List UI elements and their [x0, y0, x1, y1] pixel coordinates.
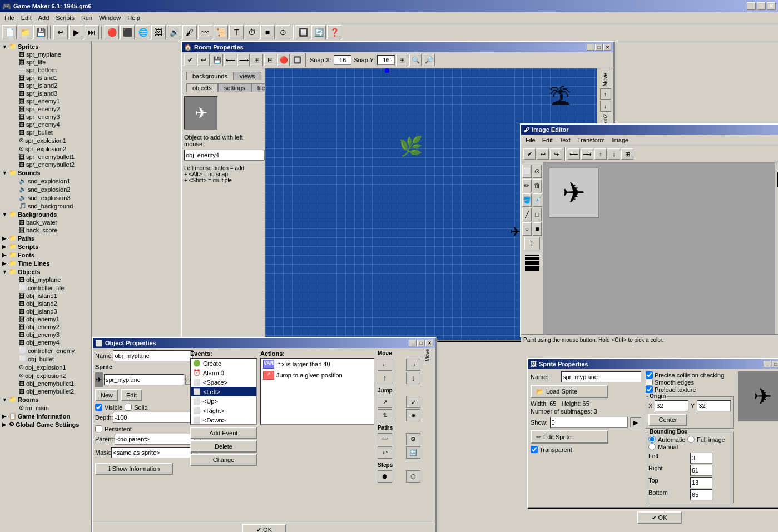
tree-controller-enemy[interactable]: ⬜controller_enemy: [18, 346, 90, 355]
tree-spr-bullet[interactable]: 🖼spr_bullet: [18, 128, 90, 136]
tree-objects-header[interactable]: ▼ 📁 Objects: [1, 267, 90, 276]
obj-ok-button[interactable]: ✔ OK: [242, 524, 286, 532]
tree-spr-enemy3[interactable]: 🖼spr_enemy3: [18, 113, 90, 121]
img-menu-edit[interactable]: Edit: [539, 136, 556, 145]
paths-expand[interactable]: ▶: [2, 236, 9, 241]
spr-ok-button[interactable]: ✔ OK: [637, 511, 682, 524]
tree-snd-background[interactable]: 🎵snd_background: [18, 202, 90, 210]
menu-run[interactable]: Run: [78, 13, 96, 22]
step-btn2[interactable]: ⬡: [406, 470, 420, 483]
tb-bg[interactable]: 🖌: [182, 25, 197, 39]
spr-show-input[interactable]: [550, 417, 628, 428]
tree-controller-life[interactable]: ⬜controller_life: [18, 284, 90, 292]
tree-snd-explosion3[interactable]: 🔊snd_explosion3: [18, 193, 90, 202]
img-tb-redo[interactable]: ↪: [550, 148, 562, 160]
tree-obj-island3[interactable]: 🖼obj_island3: [18, 307, 90, 315]
object-win-minimize[interactable]: _: [409, 340, 417, 346]
tree-obj-myplane[interactable]: 🖼obj_myplane: [18, 276, 90, 284]
room-tb-grid2[interactable]: ⊟: [264, 54, 276, 66]
thickness-4[interactable]: [525, 266, 539, 271]
object-win-title[interactable]: ⬜ Object Properties _ □ ✕: [93, 338, 435, 348]
tree-back-score[interactable]: 🖼back_score: [18, 226, 90, 234]
move-btn2[interactable]: ↓: [600, 101, 611, 112]
tree-backgrounds-header[interactable]: ▼ 📁 Backgrounds: [1, 210, 90, 218]
action-jump[interactable]: ↗ Jump to a given position: [261, 370, 374, 381]
event-create[interactable]: 🟢Create: [191, 359, 256, 368]
snap-y-input[interactable]: [377, 55, 395, 65]
room-tb-arrow-left[interactable]: ⟵: [224, 54, 236, 66]
gameinfo-expand[interactable]: ▶: [2, 414, 9, 419]
tree-sounds-header[interactable]: ▼ 📁 Sounds: [1, 168, 90, 177]
step-btn1[interactable]: ⬢: [378, 470, 392, 483]
obj-parent-input[interactable]: [115, 434, 195, 445]
tool-line[interactable]: ╱: [522, 208, 532, 221]
tree-spr-enemy4[interactable]: 🖼spr_enemy4: [18, 121, 90, 128]
tree-scripts-header[interactable]: ▶ 📁 Scripts: [1, 242, 90, 251]
tb-pause[interactable]: ⬛: [120, 25, 135, 39]
tool-pencil[interactable]: ✏: [522, 179, 532, 192]
jump-btn1[interactable]: ↗: [378, 396, 392, 408]
room-tab-views[interactable]: views: [234, 72, 261, 80]
move-btn1[interactable]: ↑: [600, 88, 611, 100]
tb-new[interactable]: 📄: [2, 25, 17, 39]
tb-save[interactable]: 💾: [33, 25, 48, 39]
obj-edit-button[interactable]: Edit: [121, 389, 142, 401]
tree-obj-explosion2[interactable]: ⊙obj_explosion2: [18, 371, 90, 380]
obj-mask-input[interactable]: [111, 447, 191, 458]
path-btn1[interactable]: 〰: [378, 433, 392, 445]
menu-file[interactable]: File: [1, 13, 18, 22]
tree-spr-bottom[interactable]: —spr_bottom: [18, 66, 90, 74]
room-tb-clear[interactable]: 🔴: [277, 54, 290, 66]
tree-snd-explosion1[interactable]: 🔊snd_explosion1: [18, 177, 90, 185]
move-btn-up[interactable]: ↑: [378, 372, 392, 384]
tree-rm-main[interactable]: ⊙rm_main: [18, 404, 90, 412]
menu-help[interactable]: Help: [124, 13, 143, 22]
backgrounds-expand[interactable]: ▼: [2, 212, 9, 217]
tb-play[interactable]: ▶: [69, 25, 83, 39]
tree-obj-enemybullet1[interactable]: 🖼obj_enemybullet1: [18, 380, 90, 387]
spr-center-button[interactable]: Center: [648, 414, 687, 426]
img-tb-undo[interactable]: ↩: [537, 148, 549, 160]
tree-spr-island2[interactable]: 🖼spr_island2: [18, 82, 90, 90]
obj-depth-input[interactable]: [113, 412, 193, 423]
tool-eraser[interactable]: 🗑: [533, 179, 542, 192]
tree-gamesettings-header[interactable]: ▶ ⚙ Global Game Settings: [1, 420, 90, 429]
tb-sound[interactable]: 🔊: [167, 25, 181, 39]
sprites-expand[interactable]: ▼: [2, 44, 9, 49]
obj-solid-checkbox[interactable]: [125, 404, 132, 411]
room-tb-snap[interactable]: 🔲: [291, 54, 303, 66]
img-menu-transform[interactable]: Transform: [574, 136, 608, 145]
path-btn3[interactable]: ↩: [378, 446, 392, 459]
tree-fonts-header[interactable]: ▶ 📁 Fonts: [1, 251, 90, 259]
obj-showinfo-button[interactable]: ℹ Show Information: [95, 463, 173, 475]
menu-scripts[interactable]: Scripts: [52, 13, 78, 22]
spr-preload-checkbox[interactable]: [646, 386, 653, 393]
event-up[interactable]: ⬜<Up>: [191, 396, 256, 406]
room-tb-grid1[interactable]: ⊞: [251, 54, 263, 66]
spr-origin-y[interactable]: [697, 400, 731, 411]
room-tb-save[interactable]: 💾: [211, 54, 223, 66]
sprite-win-minimize[interactable]: _: [764, 361, 771, 367]
event-right[interactable]: ⬜<Right>: [191, 406, 256, 415]
spr-bb-bottom[interactable]: [690, 489, 712, 500]
obj-name-input[interactable]: [113, 350, 193, 361]
room-tb-zoom[interactable]: 🔍: [409, 54, 422, 66]
spr-smooth-checkbox[interactable]: [646, 379, 653, 386]
sounds-expand[interactable]: ▼: [2, 170, 9, 176]
tb-run[interactable]: ⏭: [85, 25, 99, 39]
sprite-win-maximize[interactable]: □: [772, 361, 778, 367]
tree-spr-myplane[interactable]: 🖼spr_myplane: [18, 51, 90, 58]
tree-obj-island1[interactable]: 🖼obj_island1: [18, 292, 90, 300]
spr-bb-left[interactable]: [690, 453, 712, 464]
tree-obj-enemybullet2[interactable]: 🖼obj_enemybullet2: [18, 387, 90, 395]
room-tb-search[interactable]: 🔎: [423, 54, 435, 66]
tree-obj-enemy4[interactable]: 🖼obj_enemy4: [18, 339, 90, 346]
room-win-title[interactable]: 🏠 Room Properties _ □ ✕: [182, 42, 613, 52]
objects-expand[interactable]: ▼: [2, 269, 9, 275]
obj-sprite-input[interactable]: [104, 374, 184, 385]
scripts-expand[interactable]: ▶: [2, 244, 9, 250]
room-object-input[interactable]: [184, 150, 264, 161]
tree-paths-header[interactable]: ▶ 📁 Paths: [1, 234, 90, 242]
tree-gameinfo-header[interactable]: ▶ 📋 Game Information: [1, 412, 90, 420]
tool-rect[interactable]: □: [533, 208, 542, 221]
